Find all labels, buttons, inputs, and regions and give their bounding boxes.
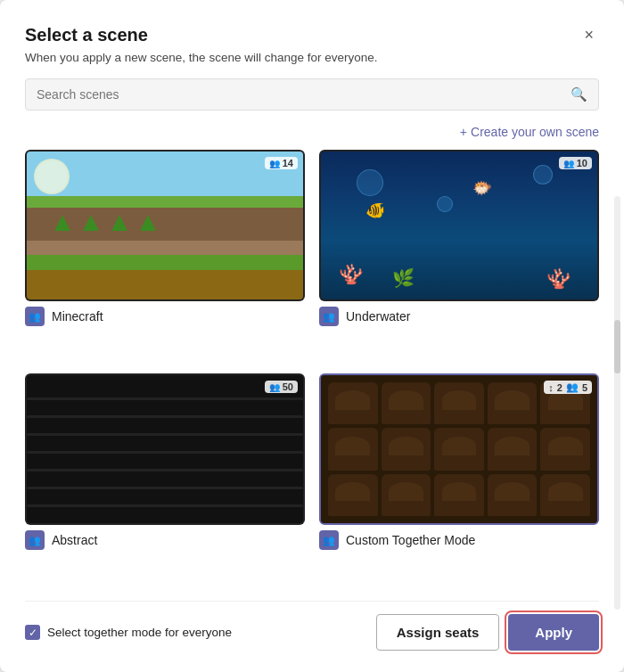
custom-together-scene-image — [321, 375, 597, 523]
abstract-line — [27, 469, 303, 471]
scene-name-minecraft: Minecraft — [52, 309, 103, 324]
scene-type-icon-minecraft: 👥 — [25, 307, 45, 326]
close-button[interactable]: × — [579, 25, 599, 45]
minecraft-scene-image — [27, 152, 303, 299]
dialog-footer: ✓ Select together mode for everyone Assi… — [25, 601, 599, 651]
coral-icon: 🌿 — [392, 267, 415, 289]
scene-label-custom-together-mode: 👥 Custom Together Mode — [319, 530, 599, 550]
seat — [328, 474, 378, 516]
anemone-icon: 🪸 — [546, 267, 571, 291]
abstract-line — [27, 415, 303, 418]
people-icon: 👥 — [269, 382, 280, 392]
seat — [382, 382, 431, 424]
select-scene-dialog: Select a scene × When you apply a new sc… — [0, 0, 624, 672]
scene-capacity-badge-custom: ↕ 2 👥 5 — [544, 381, 592, 394]
seat — [382, 428, 431, 470]
arrow-icon: ↕ — [548, 382, 554, 393]
underwater-badge-count: 10 — [577, 158, 587, 168]
bubble — [357, 169, 383, 196]
abstract-line — [27, 433, 303, 436]
seat — [328, 428, 378, 470]
seat — [540, 474, 590, 516]
scene-name-abstract: Abstract — [52, 533, 97, 547]
scene-type-icon-underwater: 👥 — [319, 307, 339, 326]
plus-icon: + — [460, 125, 467, 139]
scrollbar[interactable] — [614, 196, 620, 610]
scene-type-icon-custom: 👥 — [319, 530, 339, 550]
assign-seats-button[interactable]: Assign seats — [376, 614, 500, 651]
scene-label-abstract: 👥 Abstract — [25, 530, 305, 550]
scene-name-underwater: Underwater — [346, 309, 410, 324]
apply-button[interactable]: Apply — [508, 614, 599, 651]
seat — [488, 474, 538, 516]
scene-label-minecraft: 👥 Minecraft — [25, 307, 305, 326]
scene-capacity-badge-underwater: 👥 10 — [559, 157, 592, 169]
scene-thumbnail-abstract[interactable]: 👥 50 — [25, 373, 305, 525]
dialog-header: Select a scene × — [25, 25, 599, 45]
dialog-title: Select a scene — [25, 25, 148, 45]
underwater-scene-image: 🐠 🐡 🪸 🌿 🪸 — [321, 152, 597, 299]
abstract-scene-image — [27, 375, 303, 523]
abstract-line — [27, 504, 303, 507]
seat — [328, 382, 378, 424]
custom-seat-count: 5 — [582, 382, 587, 393]
together-mode-label: Select together mode for everyone — [47, 626, 232, 639]
scene-name-custom: Custom Together Mode — [346, 533, 475, 547]
scene-capacity-badge-minecraft: 👥 14 — [265, 157, 298, 169]
abstract-line — [27, 451, 303, 454]
abstract-line — [27, 487, 303, 489]
scene-thumbnail-underwater[interactable]: 🐠 🐡 🪸 🌿 🪸 👥 10 — [319, 150, 599, 301]
bubble — [437, 196, 453, 212]
scene-label-underwater: 👥 Underwater — [319, 307, 599, 326]
seat — [434, 428, 484, 470]
abstract-badge-count: 50 — [283, 381, 293, 392]
scene-capacity-badge-abstract: 👥 50 — [265, 381, 298, 393]
people-icon: 👥 — [563, 159, 574, 168]
search-input[interactable] — [37, 87, 571, 102]
dialog-subtitle: When you apply a new scene, the scene wi… — [25, 51, 599, 64]
seat — [434, 382, 484, 424]
create-own-label: Create your own scene — [471, 125, 599, 139]
scene-card-abstract[interactable]: 👥 50 👥 Abstract — [25, 373, 305, 583]
bubble — [533, 165, 553, 184]
scene-type-icon-abstract: 👥 — [25, 530, 45, 550]
scene-card-underwater[interactable]: 🐠 🐡 🪸 🌿 🪸 👥 10 👥 Underwater — [319, 150, 599, 359]
seat — [540, 428, 590, 470]
fish-icon: 🐠 — [365, 201, 385, 220]
create-own-link[interactable]: + Create your own scene — [460, 125, 599, 139]
footer-actions: Assign seats Apply — [376, 614, 599, 651]
scene-card-custom-together-mode[interactable]: ↕ 2 👥 5 👥 Custom Together Mode — [319, 373, 599, 583]
scrollbar-thumb[interactable] — [614, 320, 620, 373]
tree-icon — [54, 215, 70, 237]
coral-icon: 🪸 — [339, 263, 363, 286]
together-mode-checkbox[interactable]: ✓ — [25, 625, 40, 640]
seat — [488, 382, 538, 424]
fish-icon: 🐡 — [472, 178, 492, 198]
together-mode-row: ✓ Select together mode for everyone — [25, 625, 232, 640]
seat — [382, 474, 431, 516]
scene-card-minecraft[interactable]: 👥 14 👥 Minecraft — [25, 150, 305, 359]
scenes-grid: 👥 14 👥 Minecraft 🐠 🐡 🪸 🌿 — [25, 150, 599, 583]
minecraft-badge-count: 14 — [283, 158, 293, 168]
tree-icon — [83, 215, 99, 237]
create-own-row: + Create your own scene — [25, 125, 599, 139]
seat — [488, 428, 538, 470]
search-icon: 🔍 — [571, 86, 587, 102]
tree-icon — [140, 215, 156, 237]
custom-arrow-count: 2 — [557, 382, 562, 393]
people-icon: 👥 — [566, 381, 579, 393]
search-bar: 🔍 — [25, 78, 599, 111]
people-icon: 👥 — [269, 159, 280, 168]
abstract-line — [27, 397, 303, 400]
seat — [434, 474, 484, 516]
tree-icon — [111, 215, 127, 237]
scene-thumbnail-custom-together-mode[interactable]: ↕ 2 👥 5 — [319, 373, 599, 525]
scene-thumbnail-minecraft[interactable]: 👥 14 — [25, 150, 305, 301]
